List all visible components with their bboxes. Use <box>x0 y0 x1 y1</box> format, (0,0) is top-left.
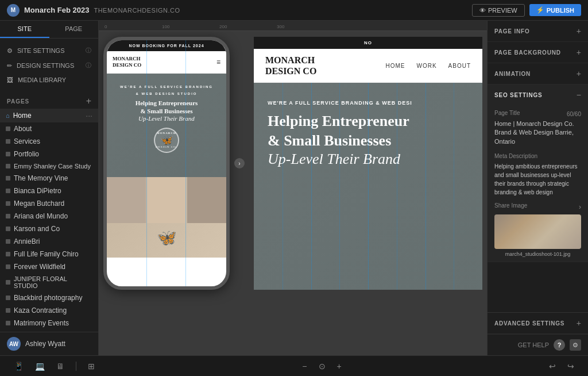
user-name: Ashley Wyatt <box>25 340 65 348</box>
page-item-memory-vine[interactable]: The Memory Vine <box>0 172 98 185</box>
meta-desc-label: Meta Description <box>494 153 537 159</box>
zoom-group: − ⊙ + <box>300 359 343 373</box>
page-item-forever[interactable]: Forever Wildfield <box>0 260 98 273</box>
pages-title: PAGES <box>7 98 29 105</box>
page-item-bianca[interactable]: Bianca DiPietro <box>0 185 98 197</box>
badge-text: MONARCH 🦋 DESIGN CO. <box>156 132 177 149</box>
panel-section-page-background: PAGE BACKGROUND + <box>488 42 588 63</box>
nav-work[interactable]: WORK <box>416 63 436 69</box>
pages-section: PAGES + ⌂ Home ··· About Services Portfo… <box>0 91 98 332</box>
page-item-ariana[interactable]: Ariana del Mundo <box>0 210 98 222</box>
tablet-view-button[interactable]: 💻 <box>33 359 47 373</box>
canvas-preview-area: NOW BOOKING FOR FALL 2024 MONARCH DESIGN… <box>99 31 487 354</box>
lightning-icon: ⚡ <box>536 6 544 14</box>
help-icon[interactable]: ? <box>554 339 565 351</box>
avatar: AW <box>7 337 21 351</box>
layout-grid-button[interactable]: ⊞ <box>86 359 97 373</box>
page-dot-icon <box>6 189 10 193</box>
zoom-fit-button[interactable]: ⊙ <box>316 359 328 373</box>
page-item-blackbird[interactable]: Blackbird photography <box>0 291 98 304</box>
page-background-expand[interactable]: + <box>577 48 581 57</box>
page-title-field: Page Title 60/60 Home | Monarch Design C… <box>494 110 581 146</box>
page-item-annie[interactable]: AnnieBri <box>0 235 98 248</box>
page-item-about[interactable]: About <box>0 122 98 135</box>
page-dot-icon <box>6 280 10 285</box>
advanced-title: ADVANCED SETTINGS <box>494 320 564 327</box>
page-dot-icon <box>6 308 10 313</box>
page-title-label-row: Page Title 60/60 <box>494 110 581 118</box>
meta-desc-value: Helping ambitious entrepreneurs and smal… <box>494 162 581 197</box>
sidebar-item-media-library[interactable]: 🖼 MEDIA LIBRARY <box>0 73 98 87</box>
grid-line-1 <box>311 83 312 290</box>
page-title-label: Page Title <box>494 110 520 116</box>
page-item-home[interactable]: ⌂ Home ··· <box>0 109 98 122</box>
desktop-banner: NO <box>254 37 482 49</box>
settings-icon[interactable]: ⚙ <box>570 339 581 351</box>
share-image-label-row: Share Image › <box>494 202 581 211</box>
meta-desc-field: Meta Description Helping ambitious entre… <box>494 152 581 197</box>
topbar-left: M Monarch Feb 2023 THEMONARCHDESIGN.CO <box>7 4 180 17</box>
advanced-expand[interactable]: + <box>577 319 581 328</box>
desktop-view-button[interactable]: 🖥 <box>54 359 67 373</box>
page-item-emmy[interactable]: Emmy Shanley Case Study <box>0 160 98 172</box>
page-dot-icon <box>6 321 10 325</box>
right-panel: PAGE INFO + PAGE BACKGROUND + ANIMATION … <box>487 21 588 355</box>
mobile-view-button[interactable]: 📱 <box>11 359 26 373</box>
page-item-kaza[interactable]: Kaza Contracting <box>0 304 98 317</box>
collapse-arrow[interactable]: › <box>234 158 245 168</box>
nav-about[interactable]: ABOUT <box>448 63 471 69</box>
page-item-full-life[interactable]: Full Life Family Chiro <box>0 248 98 260</box>
phone-hero-italic: Up-Level Their Brand <box>115 115 218 122</box>
page-item-megan[interactable]: Megan Butchard <box>0 197 98 210</box>
page-item-matrimony[interactable]: Matrimony Events <box>0 317 98 329</box>
panel-section-page-info: PAGE INFO + <box>488 21 588 42</box>
animation-header[interactable]: ANIMATION + <box>488 63 588 84</box>
grid-line-5 <box>339 83 340 290</box>
grid-line-2 <box>368 83 369 290</box>
phone-gallery <box>107 177 226 223</box>
page-dot-icon <box>6 239 10 244</box>
page-item-services[interactable]: Services <box>0 135 98 148</box>
sidebar-item-design-settings[interactable]: ✏ DESIGN SETTINGS ⓘ <box>0 58 98 73</box>
zoom-out-button[interactable]: − <box>300 359 309 373</box>
tab-page[interactable]: PAGE <box>49 21 99 38</box>
page-dot-icon <box>6 139 10 144</box>
seo-expand[interactable]: − <box>577 90 581 99</box>
sidebar-item-site-settings[interactable]: ⚙ SITE SETTINGS ⓘ <box>0 43 98 58</box>
add-page-button[interactable]: + <box>86 96 91 106</box>
nav-home[interactable]: HOME <box>385 63 405 69</box>
page-item-juniper[interactable]: JUNIPER FLORAL STUDIO <box>0 273 98 291</box>
page-info-title: PAGE INFO <box>494 28 529 34</box>
advanced-header[interactable]: ADVANCED SETTINGS + <box>488 313 588 333</box>
panel-section-advanced: ADVANCED SETTINGS + <box>488 312 588 334</box>
zoom-in-button[interactable]: + <box>335 359 344 373</box>
gallery-cell-2 <box>147 177 186 223</box>
share-image-thumbnail[interactable] <box>494 214 581 249</box>
tab-site[interactable]: SITE <box>0 21 49 38</box>
page-background-header[interactable]: PAGE BACKGROUND + <box>488 42 588 63</box>
page-options-dots[interactable]: ··· <box>86 111 92 120</box>
desktop-header: MONARCH DESIGN CO HOME WORK ABOUT <box>254 49 482 83</box>
page-info-expand[interactable]: + <box>577 26 581 36</box>
grid-line-6 <box>397 83 397 290</box>
redo-button[interactable]: ↪ <box>565 359 577 373</box>
share-image-arrow[interactable]: › <box>579 203 581 211</box>
undo-button[interactable]: ↩ <box>547 359 558 373</box>
page-item-karson[interactable]: Karson and Co <box>0 222 98 235</box>
page-dot-icon <box>6 214 10 218</box>
page-info-header[interactable]: PAGE INFO + <box>488 21 588 41</box>
gallery-cell-1 <box>107 177 146 223</box>
page-item-sky[interactable]: Sky Shapiro Beauty <box>0 329 98 332</box>
pages-header: PAGES + <box>0 91 98 109</box>
share-image-field: Share Image › march4_studioshoot-101.jpg <box>494 202 581 257</box>
page-item-portfolio[interactable]: Portfolio <box>0 148 98 160</box>
animation-expand[interactable]: + <box>577 69 581 78</box>
app-logo: M <box>7 4 20 17</box>
ruler-mark-0: 0 <box>105 24 107 29</box>
gear-icon: ⚙ <box>7 47 13 55</box>
publish-button[interactable]: ⚡ PUBLISH <box>529 4 581 16</box>
gallery-grid <box>107 177 226 223</box>
preview-button[interactable]: 👁 PREVIEW <box>472 4 525 17</box>
seo-header[interactable]: SEO SETTINGS − <box>488 85 588 105</box>
info-icon: ⓘ <box>86 47 91 55</box>
